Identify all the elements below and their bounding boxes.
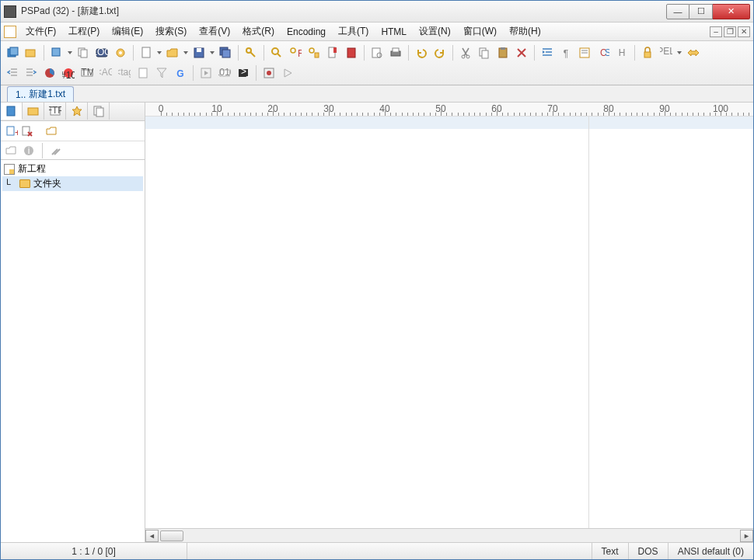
search-replace-icon[interactable]: R — [287, 44, 304, 61]
svg-rect-80 — [7, 127, 14, 135]
svg-rect-5 — [81, 50, 87, 57]
wrap-icon[interactable] — [576, 44, 593, 61]
outdent-icon[interactable] — [4, 64, 21, 82]
redo-icon[interactable] — [431, 44, 449, 61]
sidebar-tab-favorites[interactable] — [66, 103, 88, 120]
play-macro-icon[interactable] — [279, 64, 296, 82]
file-tab-active[interactable]: 1.. 新建1.txt — [7, 86, 74, 102]
project-tree[interactable]: 新工程 └ 文件夹 — [1, 160, 145, 542]
tag2-icon[interactable]: <tag — [116, 64, 133, 82]
delete-icon[interactable] — [513, 44, 530, 61]
sidebar-tab-project[interactable] — [1, 103, 23, 120]
search-files-icon[interactable] — [305, 44, 323, 61]
copy-icon[interactable] — [476, 44, 493, 61]
status-encoding[interactable]: ANSI default (0) — [668, 543, 753, 559]
indent-icon[interactable] — [539, 44, 556, 61]
menu-help[interactable]: 帮助(H) — [503, 23, 547, 40]
menu-settings[interactable]: 设置(N) — [413, 23, 457, 40]
scroll-right-button[interactable]: ► — [740, 530, 753, 542]
maximize-button[interactable]: ☐ — [689, 4, 713, 19]
book-icon[interactable] — [343, 44, 360, 61]
svg-rect-35 — [482, 50, 488, 58]
cut-icon[interactable] — [457, 44, 474, 61]
scroll-thumb[interactable] — [160, 530, 183, 541]
hex-icon[interactable]: H — [613, 44, 630, 61]
mdi-minimize[interactable]: – — [710, 26, 722, 37]
open-file-icon[interactable] — [164, 44, 181, 61]
menu-view[interactable]: 查看(V) — [193, 23, 236, 40]
dropdown-icon[interactable] — [676, 51, 682, 54]
indent2-icon[interactable] — [23, 64, 40, 82]
bookmark-icon[interactable] — [324, 44, 341, 61]
syntax-icon[interactable]: CS — [595, 44, 612, 61]
close-button[interactable]: ✕ — [713, 4, 750, 19]
menu-project[interactable]: 工程(P) — [62, 23, 106, 40]
horizontal-scrollbar[interactable]: ◄ ► — [145, 528, 753, 542]
menu-edit[interactable]: 编辑(E) — [106, 23, 149, 40]
save-icon[interactable] — [190, 44, 208, 61]
scroll-track[interactable] — [159, 530, 740, 542]
filter-icon[interactable] — [153, 64, 170, 82]
tag-icon[interactable]: <AG — [97, 64, 114, 82]
dropdown-icon[interactable] — [209, 51, 215, 54]
sidebar-toolbar-1: + — [1, 121, 145, 141]
sync-icon[interactable] — [5, 144, 18, 157]
menu-encoding[interactable]: Encoding — [281, 24, 332, 40]
menu-window[interactable]: 窗口(W) — [457, 23, 503, 40]
open-project-icon[interactable] — [23, 44, 40, 61]
add-file-icon[interactable]: + — [5, 125, 18, 137]
menu-tools[interactable]: 工具(T) — [332, 23, 375, 40]
gear-project-icon[interactable] — [112, 44, 129, 61]
print-icon[interactable] — [387, 44, 404, 61]
editor-content[interactable] — [145, 117, 753, 528]
info-icon[interactable]: i — [23, 144, 35, 157]
project-settings-icon[interactable] — [48, 44, 65, 61]
dropdown-icon[interactable] — [67, 51, 73, 54]
terminal-icon[interactable]: >_ — [235, 64, 252, 82]
print-preview-icon[interactable] — [368, 44, 386, 61]
tools-icon[interactable] — [50, 144, 62, 157]
save-all-icon[interactable] — [217, 44, 234, 61]
remove-file-icon[interactable] — [21, 125, 33, 137]
status-eol[interactable]: DOS — [629, 543, 668, 559]
new-file-icon[interactable] — [138, 44, 155, 61]
sidebar-tab-folder[interactable] — [23, 103, 44, 120]
menu-format[interactable]: 格式(R) — [236, 23, 281, 40]
scroll-left-button[interactable]: ◄ — [145, 530, 159, 542]
menu-html[interactable]: HTML — [375, 24, 413, 40]
color-picker-icon[interactable]: #10 — [60, 64, 77, 82]
html-badge-icon[interactable]: HTML — [79, 64, 96, 82]
add-folder-icon[interactable] — [46, 125, 58, 137]
binary-icon[interactable]: 1010 — [216, 64, 233, 82]
minimize-button[interactable]: — — [666, 4, 689, 19]
clipboard-icon[interactable] — [134, 64, 152, 82]
copy-files-icon[interactable] — [75, 44, 92, 61]
chart-icon[interactable] — [41, 64, 58, 82]
record-icon[interactable] — [260, 64, 278, 82]
mdi-close[interactable]: ✕ — [738, 26, 750, 37]
key-icon[interactable] — [243, 44, 260, 61]
ruler-label: 20 — [267, 103, 278, 114]
paste-icon[interactable] — [494, 44, 511, 61]
spell-icon[interactable]: SPELL — [658, 44, 675, 61]
macro-icon[interactable] — [684, 44, 701, 61]
new-project-icon[interactable] — [4, 44, 21, 61]
sidebar-tab-ftp[interactable]: FTP — [44, 103, 66, 120]
pilcrow-icon[interactable]: ¶ — [557, 44, 574, 61]
lock-icon[interactable] — [639, 44, 656, 61]
status-filetype[interactable]: Text — [592, 543, 629, 559]
google-icon[interactable]: G — [172, 64, 189, 82]
undo-icon[interactable] — [413, 44, 430, 61]
play-icon[interactable] — [197, 64, 215, 82]
tree-folder[interactable]: └ 文件夹 — [2, 176, 143, 191]
dropdown-icon[interactable] — [183, 51, 189, 54]
sidebar-tab-files[interactable] — [88, 103, 110, 120]
log-icon[interactable]: LOG — [93, 44, 110, 61]
dropdown-icon[interactable] — [156, 51, 162, 54]
tree-root[interactable]: 新工程 — [2, 162, 143, 176]
menu-search[interactable]: 搜索(S) — [149, 23, 193, 40]
search-icon[interactable] — [268, 44, 285, 61]
menu-file[interactable]: 文件(F) — [19, 23, 62, 40]
svg-rect-75 — [28, 108, 38, 115]
mdi-restore[interactable]: ❐ — [724, 26, 736, 37]
